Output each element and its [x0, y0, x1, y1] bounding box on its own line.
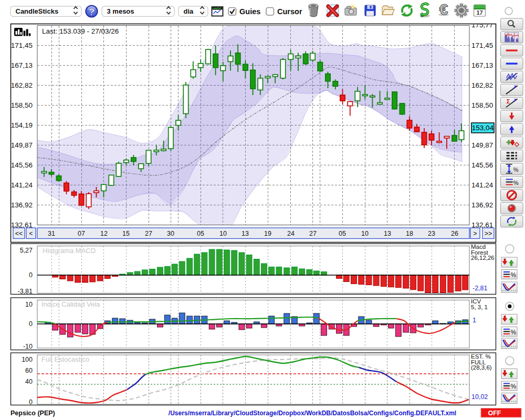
svg-text:Guies: Guies [239, 7, 260, 16]
svg-text:0: 0 [29, 320, 33, 328]
svg-text:158,50: 158,50 [471, 101, 493, 109]
svg-text:%: % [511, 383, 517, 390]
svg-text:0: 0 [29, 271, 33, 279]
svg-text:05: 05 [339, 230, 346, 237]
svg-text:10: 10 [25, 301, 33, 308]
svg-text:167,13: 167,13 [11, 61, 33, 69]
svg-text:(28,3,6): (28,3,6) [471, 364, 492, 371]
svg-text:-3,81: -3,81 [18, 288, 33, 295]
svg-text:0: 0 [29, 398, 33, 406]
svg-text:07: 07 [78, 230, 85, 237]
svg-text:141,24: 141,24 [471, 181, 494, 189]
svg-text:171,45: 171,45 [471, 41, 493, 49]
svg-text:149,87: 149,87 [11, 141, 33, 149]
svg-text:167,13: 167,13 [471, 61, 493, 69]
svg-text:CandleSticks: CandleSticks [16, 7, 59, 15]
svg-text:-10: -10 [23, 343, 33, 350]
svg-text:145,56: 145,56 [471, 161, 493, 169]
svg-text:10,02: 10,02 [471, 393, 488, 401]
svg-text:13: 13 [242, 230, 249, 237]
svg-text:27: 27 [145, 230, 152, 237]
svg-text:€: € [439, 1, 448, 18]
svg-text:153,04: 153,04 [472, 124, 494, 132]
svg-text:18: 18 [406, 230, 413, 237]
svg-text:OFF: OFF [488, 410, 501, 417]
svg-text:%: % [513, 166, 519, 173]
svg-text:158,50: 158,50 [11, 101, 33, 109]
svg-text:26,12,26: 26,12,26 [471, 255, 495, 261]
svg-text:>>: >> [485, 230, 492, 237]
svg-text:%: % [513, 180, 519, 186]
svg-text:40: 40 [25, 378, 33, 385]
svg-text:23: 23 [428, 230, 435, 237]
svg-text:/Users/mserra/Library/CloudSto: /Users/mserra/Library/CloudStorage/Dropb… [169, 410, 456, 417]
svg-text:?: ? [89, 6, 95, 17]
svg-text:3 mesos: 3 mesos [107, 7, 134, 15]
svg-text:<<: << [15, 230, 23, 237]
svg-text:Pepsico (PEP): Pepsico (PEP) [10, 410, 55, 417]
svg-text:171,45: 171,45 [11, 41, 33, 49]
svg-text:Full Estocastico: Full Estocastico [41, 355, 89, 363]
svg-text:19: 19 [264, 230, 271, 237]
svg-text:Cursor: Cursor [277, 7, 302, 16]
svg-text:-2,81: -2,81 [472, 285, 488, 292]
svg-text:24: 24 [287, 230, 295, 237]
svg-text:154,19: 154,19 [11, 121, 33, 129]
svg-text:27: 27 [309, 230, 317, 237]
svg-text:5, 3, 1: 5, 3, 1 [471, 304, 488, 310]
svg-text:162,82: 162,82 [471, 81, 493, 89]
svg-text:05: 05 [197, 230, 204, 237]
svg-text:149,87: 149,87 [471, 141, 493, 149]
svg-text:%: % [511, 329, 517, 336]
svg-text:Histgrama MACD: Histgrama MACD [43, 247, 96, 255]
svg-text:10: 10 [219, 230, 227, 237]
svg-text:15: 15 [122, 230, 130, 237]
svg-text:1: 1 [472, 317, 476, 324]
svg-text:145,56: 145,56 [11, 161, 33, 169]
svg-text:26: 26 [451, 230, 458, 237]
svg-text:132,61: 132,61 [11, 221, 33, 229]
svg-text:17: 17 [476, 9, 482, 16]
svg-text:Indice Calidad Vela: Indice Calidad Vela [41, 300, 100, 308]
svg-text:%: % [511, 271, 517, 279]
svg-text:10: 10 [361, 230, 369, 237]
svg-text:dia: dia [184, 7, 194, 15]
svg-text:<: < [29, 230, 33, 237]
svg-text:132,61: 132,61 [471, 221, 493, 229]
svg-text:Last: 153.039 - 27/03/26: Last: 153.039 - 27/03/26 [42, 27, 119, 35]
svg-text:12: 12 [100, 230, 108, 237]
svg-text:141,24: 141,24 [11, 181, 33, 189]
svg-text:100: 100 [22, 356, 33, 363]
svg-text:5,27: 5,27 [20, 247, 33, 254]
svg-text:31: 31 [48, 230, 55, 237]
svg-text:162,82: 162,82 [11, 81, 33, 89]
svg-text:136,92: 136,92 [11, 201, 33, 209]
svg-text:30: 30 [167, 230, 174, 237]
svg-text:60: 60 [25, 367, 33, 374]
svg-text:Σ: Σ [507, 98, 510, 104]
svg-text:13: 13 [384, 230, 391, 237]
svg-text:>: > [473, 230, 477, 237]
svg-text:136,92: 136,92 [471, 201, 493, 209]
svg-text:175,77: 175,77 [471, 21, 493, 29]
